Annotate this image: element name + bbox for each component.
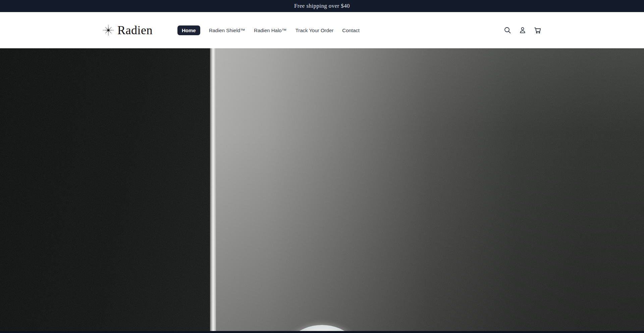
nav-link-contact[interactable]: Contact	[342, 27, 360, 33]
hero-metal-panel	[216, 48, 644, 331]
hero-dark-background	[0, 48, 211, 331]
header-inner: Radien Home Radien Shield™ Radien Halo™ …	[102, 12, 542, 48]
account-icon[interactable]	[519, 26, 527, 34]
brand-logo[interactable]: Radien	[102, 24, 153, 36]
hero-edge-highlight	[210, 48, 216, 331]
nav-link-home[interactable]: Home	[177, 25, 200, 35]
next-section-strip	[0, 331, 644, 333]
announcement-text: Free shipping over $40	[294, 3, 350, 9]
nav-link-track-your-order[interactable]: Track Your Order	[296, 27, 334, 33]
brand-name: Radien	[117, 24, 153, 36]
announcement-bar: Free shipping over $40	[0, 0, 644, 12]
search-icon[interactable]	[503, 26, 512, 34]
nav-link-radien-halo[interactable]: Radien Halo™	[254, 27, 287, 33]
cart-icon[interactable]	[534, 26, 542, 34]
site-header: Radien Home Radien Shield™ Radien Halo™ …	[0, 12, 644, 48]
hero-image	[0, 48, 644, 331]
dotted-starburst-icon	[102, 24, 114, 36]
main-nav: Home Radien Shield™ Radien Halo™ Track Y…	[177, 25, 360, 35]
header-icons	[503, 26, 542, 34]
nav-link-radien-shield[interactable]: Radien Shield™	[209, 27, 245, 33]
